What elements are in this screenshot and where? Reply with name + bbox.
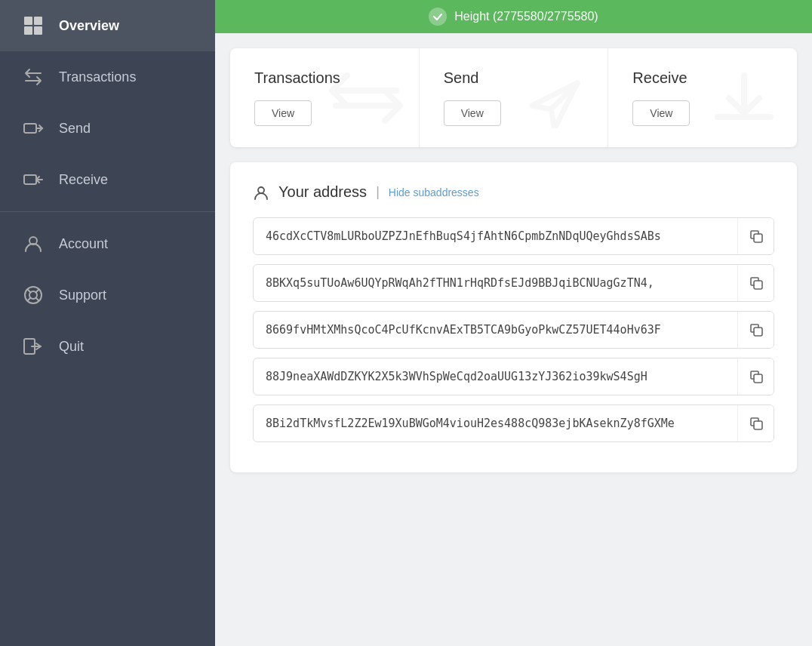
hide-subaddresses-link[interactable]: Hide subaddresses: [389, 186, 479, 198]
sidebar-label-support: Support: [59, 288, 106, 303]
transactions-bg-icon: [328, 68, 404, 128]
view-receive-button[interactable]: View: [632, 100, 690, 126]
transactions-icon: [21, 65, 45, 89]
copy-button-4[interactable]: [737, 405, 774, 441]
sidebar-label-quit: Quit: [59, 339, 84, 355]
address-pipe: |: [376, 184, 380, 200]
svg-rect-15: [754, 421, 762, 429]
main-content: Height (2775580/2775580) Transactions Vi…: [215, 0, 812, 646]
svg-rect-12: [754, 281, 762, 289]
send-bg-icon: [517, 68, 592, 128]
sidebar-item-account[interactable]: Account: [0, 218, 215, 269]
svg-rect-1: [34, 17, 42, 25]
card-send: Send View: [420, 48, 609, 147]
sidebar-label-transactions: Transactions: [59, 69, 136, 85]
send-icon: [21, 116, 45, 140]
view-transactions-button[interactable]: View: [254, 100, 312, 126]
svg-rect-13: [754, 328, 762, 336]
address-text-3: 88J9neaXAWdDZKYK2X5k3WVhSpWeCqd2oaUUG13z…: [254, 359, 737, 394]
svg-rect-14: [754, 374, 762, 383]
address-person-icon: [253, 184, 269, 201]
address-row-2: 8669fvHMtXMhsQcoC4PcUfKcnvAExTB5TCA9bGyo…: [253, 311, 774, 349]
sidebar-item-support[interactable]: Support: [0, 269, 215, 321]
status-bar: Height (2775580/2775580): [215, 0, 812, 33]
address-header: Your address | Hide subaddresses: [253, 183, 774, 201]
address-row-1: 8BKXq5suTUoAw6UQYpRWqAh2fTHN1rHqRDfsEJd9…: [253, 264, 774, 302]
status-label: Height (2775580/2775580): [454, 10, 598, 23]
sidebar-item-transactions[interactable]: Transactions: [0, 51, 215, 103]
receive-icon: [21, 168, 45, 192]
card-title-receive: Receive: [632, 69, 687, 87]
card-receive: Receive View: [608, 48, 797, 147]
overview-icon: [21, 14, 45, 38]
copy-button-2[interactable]: [737, 312, 774, 348]
svg-rect-11: [754, 234, 762, 242]
sidebar: Overview Transactions Send Recei: [0, 0, 215, 646]
copy-button-3[interactable]: [737, 358, 774, 395]
account-icon: [21, 232, 45, 256]
address-title: Your address: [278, 183, 367, 201]
address-row-0: 46cdXcCTV8mLURboUZPZJnEfhBuqS4jfAhtN6Cpm…: [253, 217, 774, 255]
svg-rect-2: [24, 26, 32, 35]
copy-button-0[interactable]: [737, 218, 774, 254]
support-icon: [21, 283, 45, 307]
svg-rect-4: [24, 124, 36, 133]
card-transactions: Transactions View: [230, 48, 420, 147]
address-text-0: 46cdXcCTV8mLURboUZPZJnEfhBuqS4jfAhtN6Cpm…: [254, 219, 737, 254]
address-text-2: 8669fvHMtXMhsQcoC4PcUfKcnvAExTB5TCA9bGyo…: [254, 312, 737, 347]
sidebar-item-quit[interactable]: Quit: [0, 321, 215, 372]
sidebar-label-account: Account: [59, 236, 108, 252]
svg-point-7: [25, 287, 42, 303]
copy-button-1[interactable]: [737, 265, 774, 301]
sidebar-item-send[interactable]: Send: [0, 103, 215, 154]
receive-bg-icon: [706, 68, 782, 128]
svg-rect-5: [24, 175, 36, 184]
sidebar-label-overview: Overview: [59, 18, 119, 34]
address-text-4: 8Bi2dTkMvsfL2Z2Ew19XuBWGoM4viouH2es488cQ…: [254, 406, 737, 441]
svg-rect-3: [34, 26, 42, 35]
sidebar-label-send: Send: [59, 121, 91, 137]
address-row-3: 88J9neaXAWdDZKYK2X5k3WVhSpWeCqd2oaUUG13z…: [253, 358, 774, 395]
quit-icon: [21, 334, 45, 358]
sidebar-item-overview[interactable]: Overview: [0, 0, 215, 51]
view-send-button[interactable]: View: [444, 100, 501, 126]
status-check-icon: [429, 8, 447, 26]
card-title-send: Send: [444, 69, 479, 87]
sidebar-label-receive: Receive: [59, 172, 108, 188]
address-row-4: 8Bi2dTkMvsfL2Z2Ew19XuBWGoM4viouH2es488cQ…: [253, 405, 774, 442]
sidebar-divider: [0, 211, 215, 212]
svg-rect-0: [24, 17, 32, 25]
sidebar-item-receive[interactable]: Receive: [0, 154, 215, 205]
address-text-1: 8BKXq5suTUoAw6UQYpRWqAh2fTHN1rHqRDfsEJd9…: [254, 266, 737, 300]
cards-row: Transactions View Send View Receive View: [230, 48, 797, 147]
address-section: Your address | Hide subaddresses 46cdXcC…: [230, 162, 797, 472]
svg-point-10: [258, 187, 264, 193]
